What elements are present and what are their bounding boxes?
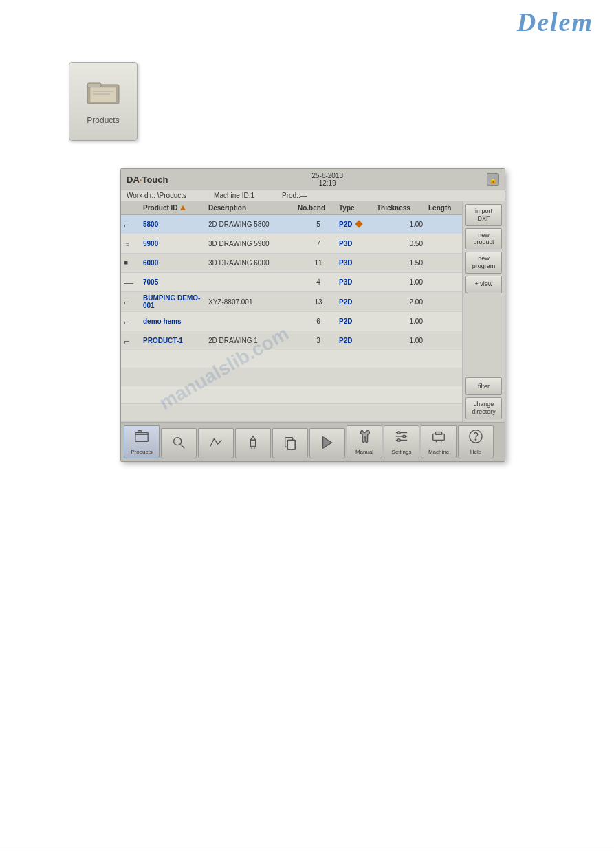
table-row[interactable]: ⌐ 5800 2D DRAWING 5800 5 P2D 1.00 [121, 215, 462, 234]
row-product-id: 5800 [143, 221, 208, 228]
svg-point-20 [398, 439, 401, 442]
table-row[interactable]: — 7005 4 P3D 1.00 [121, 273, 462, 292]
toolbar-manual-button[interactable]: Manual [347, 425, 382, 458]
folder-icon [86, 78, 120, 111]
toolbar-settings-button[interactable]: Settings [384, 425, 419, 458]
delem-logo: Delem [517, 7, 593, 37]
bottom-separator [0, 847, 614, 847]
row-thickness: 1.00 [377, 337, 428, 344]
row-product-id: PRODUCT-1 [143, 337, 208, 344]
da-info-bar: Work dir.: \Products Machine ID:1 Prod.:… [121, 190, 505, 201]
row-description: XYZ-8807.001 [208, 298, 298, 306]
row-description: 3D DRAWING 6000 [208, 259, 298, 267]
row-type: P3D [339, 259, 377, 267]
manual-toolbar-icon [357, 429, 372, 447]
row-product-id: BUMPING DEMO-001 [143, 294, 208, 309]
da-content: Product ID Description No.bend Type Thic… [121, 201, 505, 422]
sort-arrow-icon [180, 205, 186, 210]
import-dxf-button[interactable]: importDXF [465, 204, 502, 226]
help-toolbar-icon [468, 429, 483, 447]
toolbar-run-button[interactable] [309, 428, 345, 458]
search-toolbar-icon [171, 435, 186, 454]
row-thickness: 1.00 [377, 221, 428, 228]
copy-toolbar-icon [283, 435, 298, 454]
table-header: Product ID Description No.bend Type Thic… [121, 201, 462, 215]
toolbar-copy-button[interactable] [272, 428, 308, 458]
col-product-id[interactable]: Product ID [143, 204, 208, 212]
toolbar-bend-button[interactable] [198, 428, 234, 458]
row-product-id: 6000 [143, 259, 208, 267]
products-icon-button[interactable]: Products [69, 62, 138, 141]
svg-point-19 [403, 435, 406, 438]
product-table: Product ID Description No.bend Type Thic… [121, 201, 462, 422]
top-header: Delem [0, 0, 614, 41]
row-nobend: 13 [298, 298, 339, 306]
row-type: P2D [339, 318, 377, 325]
row-description: 2D DRAWING 1 [208, 337, 298, 344]
view-button[interactable]: + view [465, 276, 502, 293]
toolbar-help-button[interactable]: Help [458, 425, 494, 458]
toolbar-search-button[interactable] [161, 428, 197, 458]
row-thickness: 1.50 [377, 259, 428, 267]
svg-rect-1 [87, 83, 101, 87]
toolbar-settings-label: Settings [392, 449, 412, 455]
row-nobend: 3 [298, 337, 339, 344]
row-description: 3D DRAWING 5900 [208, 240, 298, 247]
row-nobend: 5 [298, 221, 339, 228]
row-nobend: 6 [298, 318, 339, 325]
row-icon: ≈ [124, 238, 143, 249]
row-type: P2D [339, 298, 377, 306]
da-datetime: 25-8-2013 12:19 [311, 172, 343, 187]
table-row-empty [121, 386, 462, 404]
col-no-bend: No.bend [298, 204, 339, 212]
row-icon: ⌐ [124, 296, 143, 307]
products-icon-label: Products [87, 115, 119, 125]
run-toolbar-icon [320, 435, 335, 454]
da-panel: DA·Touch 25-8-2013 12:19 🔒 Work dir.: \P… [120, 168, 505, 462]
toolbar-manual-label: Manual [355, 449, 373, 455]
row-thickness: 2.00 [377, 298, 428, 306]
row-icon: ⌐ [124, 316, 143, 327]
row-nobend: 7 [298, 240, 339, 247]
svg-point-6 [174, 438, 182, 445]
machine-toolbar-icon [431, 429, 446, 447]
products-toolbar-icon [134, 429, 149, 447]
change-directory-button[interactable]: changedirectory [465, 397, 502, 419]
toolbar-products-label: Products [131, 449, 153, 455]
da-title: DA·Touch [127, 175, 168, 185]
row-icon: ⌐ [124, 335, 143, 346]
toolbar-machine-button[interactable]: Machine [421, 425, 457, 458]
row-icon: ⌐ [124, 219, 143, 230]
svg-line-7 [181, 445, 185, 449]
new-program-button[interactable]: newprogram [465, 252, 502, 274]
row-product-id: demo hems [143, 318, 208, 325]
row-type: P3D [339, 278, 377, 286]
filter-button[interactable]: filter [465, 377, 502, 395]
col-length: Length [428, 204, 459, 212]
svg-rect-12 [287, 440, 295, 449]
svg-rect-8 [250, 440, 255, 446]
settings-toolbar-icon [394, 429, 409, 447]
row-type: P2D [339, 337, 377, 344]
toolbar-tools-button[interactable] [235, 428, 271, 458]
row-icon: — [124, 277, 143, 288]
svg-point-25 [470, 430, 482, 443]
table-row[interactable]: ⌐ BUMPING DEMO-001 XYZ-8807.001 13 P2D 2… [121, 292, 462, 312]
row-nobend: 4 [298, 278, 339, 286]
lock-icon[interactable]: 🔒 [487, 173, 499, 186]
svg-marker-14 [323, 437, 332, 449]
row-product-id: 7005 [143, 278, 208, 286]
svg-rect-2 [90, 87, 116, 102]
col-description: Description [208, 204, 298, 212]
table-row[interactable]: ⌐ PRODUCT-1 2D DRAWING 1 3 P2D 1.00 [121, 331, 462, 350]
new-product-button[interactable]: newproduct [465, 228, 502, 250]
table-row-empty [121, 404, 462, 422]
table-row[interactable]: ⌐ demo hems 6 P2D 1.00 [121, 312, 462, 331]
table-row[interactable]: ≈ 5900 3D DRAWING 5900 7 P3D 0.50 [121, 234, 462, 254]
bend-toolbar-icon [208, 435, 223, 454]
toolbar-machine-label: Machine [428, 449, 449, 455]
row-icon: ▪ [124, 256, 143, 270]
row-type: P2D [339, 221, 377, 228]
table-row[interactable]: ▪ 6000 3D DRAWING 6000 11 P3D 1.50 [121, 254, 462, 273]
toolbar-products-button[interactable]: Products [124, 425, 160, 458]
